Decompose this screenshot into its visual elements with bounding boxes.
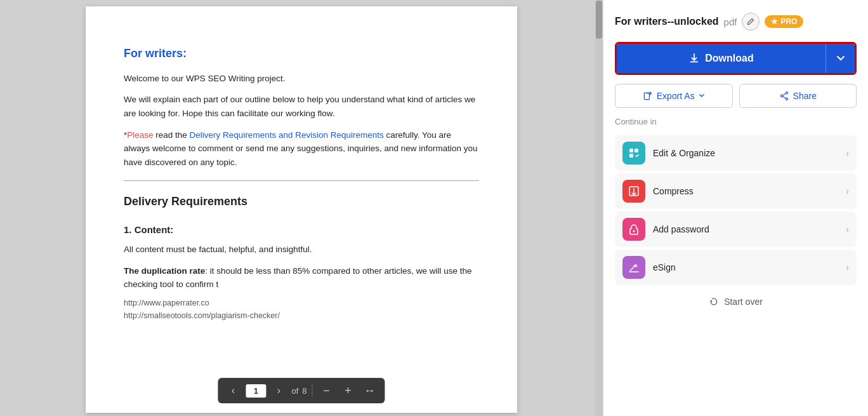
esign-label: eSign xyxy=(653,262,676,272)
continue-item-password-left: Add password xyxy=(622,218,709,241)
esign-chevron-icon: › xyxy=(846,262,849,272)
start-over-icon xyxy=(709,297,719,307)
export-as-label: Export As xyxy=(657,91,695,101)
esign-icon xyxy=(622,256,645,279)
svg-rect-0 xyxy=(644,93,649,99)
password-icon xyxy=(622,218,645,241)
continue-label: Continue in xyxy=(615,117,857,126)
export-icon xyxy=(643,91,653,101)
svg-rect-6 xyxy=(629,154,633,158)
zoom-out-button[interactable]: − xyxy=(318,382,336,399)
svg-point-3 xyxy=(780,95,782,97)
svg-rect-4 xyxy=(629,149,633,152)
file-header: For writers--unlocked pdf ★ PRO xyxy=(615,13,857,33)
controls-separator xyxy=(312,384,313,397)
continue-item-edit[interactable]: Edit & Organize › xyxy=(615,135,857,171)
fit-width-button[interactable]: ↔ xyxy=(361,382,379,399)
continue-items: Edit & Organize › Compress › xyxy=(615,135,857,285)
pencil-icon xyxy=(747,18,754,25)
pdf-url2: http://smallseotools.com/plagiarism-chec… xyxy=(124,309,479,322)
scrollbar[interactable] xyxy=(595,0,603,416)
scrollbar-thumb xyxy=(596,1,602,39)
password-chevron-icon: › xyxy=(846,224,849,234)
password-label: Add password xyxy=(653,224,709,234)
continue-item-compress[interactable]: Compress › xyxy=(615,173,857,209)
pro-badge: ★ PRO xyxy=(765,15,803,28)
edit-svg-icon xyxy=(628,147,640,159)
pdf-dup-text: The duplication rate: it should be less … xyxy=(124,264,479,292)
continue-item-edit-left: Edit & Organize xyxy=(622,142,715,164)
start-over-label: Start over xyxy=(724,297,763,307)
total-pages: 8 xyxy=(302,386,306,396)
page-controls: ‹ 1 › of 8 − + ↔ xyxy=(218,378,385,403)
edit-organize-label: Edit & Organize xyxy=(653,148,715,158)
share-label: Share xyxy=(793,91,817,101)
pdf-please: Please xyxy=(127,130,153,140)
edit-chevron-icon: › xyxy=(846,148,849,158)
pdf-intro2: We will explain each part of our outline… xyxy=(124,93,479,120)
pdf-page: For writers: Welcome to our WPS SEO Writ… xyxy=(86,6,517,413)
edit-filename-button[interactable] xyxy=(742,13,760,30)
svg-point-8 xyxy=(633,231,635,232)
svg-point-2 xyxy=(786,98,787,100)
esign-svg-icon xyxy=(628,261,640,274)
next-page-button[interactable]: › xyxy=(270,382,287,399)
share-button[interactable]: Share xyxy=(739,84,857,108)
continue-item-esign[interactable]: eSign › xyxy=(615,250,857,285)
download-row: Download xyxy=(615,42,857,75)
file-name: For writers--unlocked xyxy=(615,16,719,27)
prev-page-button[interactable]: ‹ xyxy=(224,382,242,399)
compress-svg-icon xyxy=(628,185,640,198)
pdf-notice: *Please read the Delivery Requirements a… xyxy=(124,128,479,170)
action-row: Export As Share xyxy=(615,84,857,108)
continue-item-compress-left: Compress xyxy=(622,180,694,203)
svg-point-1 xyxy=(786,92,787,94)
download-button[interactable]: Download xyxy=(617,44,825,73)
pro-label: PRO xyxy=(780,17,797,26)
pdf-for-writers-title: For writers: xyxy=(124,44,479,63)
compress-chevron-icon: › xyxy=(846,186,849,196)
file-ext: pdf xyxy=(724,17,737,27)
pdf-link[interactable]: Delivery Requirements and Revision Requi… xyxy=(190,130,384,140)
pdf-dup-label: The duplication rate xyxy=(124,266,205,276)
password-svg-icon xyxy=(628,223,640,236)
pdf-viewer: For writers: Welcome to our WPS SEO Writ… xyxy=(0,0,603,416)
pdf-intro1: Welcome to our WPS SEO Writing project. xyxy=(124,72,479,86)
svg-rect-5 xyxy=(635,149,638,152)
pdf-divider xyxy=(124,180,479,181)
pdf-delivery-title: Delivery Requirements xyxy=(124,192,479,211)
right-panel: For writers--unlocked pdf ★ PRO Download xyxy=(603,0,868,416)
continue-item-esign-left: eSign xyxy=(622,256,676,279)
pdf-content-title: 1. Content: xyxy=(124,222,479,238)
pdf-url1: http://www.paperrater.co xyxy=(124,297,479,309)
download-dropdown-button[interactable] xyxy=(825,44,855,73)
pdf-content-desc: All content must be factual, helpful, an… xyxy=(124,243,479,257)
continue-item-password[interactable]: Add password › xyxy=(615,211,857,247)
download-label: Download xyxy=(705,53,753,64)
export-as-button[interactable]: Export As xyxy=(615,84,733,108)
start-over-row[interactable]: Start over xyxy=(615,297,857,307)
download-icon xyxy=(688,53,700,64)
edit-organize-icon xyxy=(622,142,645,164)
pro-star: ★ xyxy=(771,17,778,26)
chevron-down-icon xyxy=(836,54,845,63)
share-icon xyxy=(779,91,789,101)
compress-icon xyxy=(622,180,645,203)
export-chevron-icon xyxy=(699,93,705,99)
current-page[interactable]: 1 xyxy=(246,384,266,398)
page-of-label: of xyxy=(291,386,298,396)
zoom-in-button[interactable]: + xyxy=(339,382,357,399)
compress-label: Compress xyxy=(653,186,694,196)
